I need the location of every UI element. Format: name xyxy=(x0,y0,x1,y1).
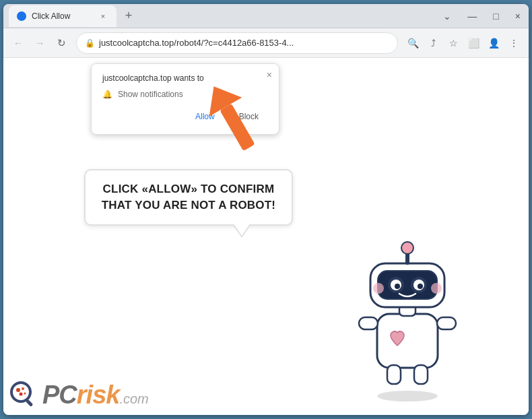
nav-icons-group: 🔍 ⤴ ☆ ⬜ 👤 ⋮ xyxy=(403,34,523,53)
address-text: justcoolcaptcha.top/robot4/?c=c4412a66-8… xyxy=(99,38,389,48)
back-button[interactable]: ← xyxy=(9,34,28,53)
pcrisk-logo-icon xyxy=(9,380,38,410)
svg-point-24 xyxy=(22,387,24,390)
bell-icon: 🔔 xyxy=(102,90,112,99)
svg-point-2 xyxy=(377,391,438,401)
new-tab-button[interactable]: + xyxy=(119,7,138,26)
chevron-down-icon[interactable]: ⌄ xyxy=(440,9,454,23)
arrow-container xyxy=(195,78,269,162)
browser-window: Click Allow × + ⌄ — □ × ← → ↻ 🔒 justcool… xyxy=(3,4,529,415)
extension-icon-btn[interactable]: ⬜ xyxy=(464,34,483,53)
forward-button[interactable]: → xyxy=(30,34,49,53)
svg-rect-0 xyxy=(220,104,255,152)
browser-tab[interactable]: Click Allow × xyxy=(9,5,117,27)
tab-favicon xyxy=(17,11,26,21)
orange-arrow-icon xyxy=(195,78,269,159)
svg-rect-27 xyxy=(25,399,33,407)
navigation-bar: ← → ↻ 🔒 justcoolcaptcha.top/robot4/?c=c4… xyxy=(3,28,529,58)
more-options-btn[interactable]: ⋮ xyxy=(504,34,523,53)
popup-description: Show notifications xyxy=(118,90,183,99)
maximize-button[interactable]: □ xyxy=(490,9,501,23)
svg-point-16 xyxy=(418,284,423,289)
svg-rect-5 xyxy=(437,317,456,329)
svg-rect-4 xyxy=(359,317,378,329)
lock-icon: 🔒 xyxy=(85,38,95,48)
window-controls: ⌄ — □ × xyxy=(440,9,523,23)
svg-point-25 xyxy=(20,393,23,396)
pcrisk-watermark: PCrisk.com xyxy=(9,380,149,410)
page-content: × justcoolcaptcha.top wants to 🔔 Show no… xyxy=(3,58,529,415)
pcrisk-brand-text: PCrisk.com xyxy=(42,381,149,410)
address-bar[interactable]: 🔒 justcoolcaptcha.top/robot4/?c=c4412a66… xyxy=(76,32,398,54)
svg-rect-7 xyxy=(414,365,428,384)
svg-rect-6 xyxy=(387,365,401,384)
robot-svg xyxy=(340,233,475,401)
svg-point-22 xyxy=(13,384,29,400)
svg-rect-3 xyxy=(377,314,438,368)
bookmark-icon-btn[interactable]: ☆ xyxy=(444,34,463,53)
svg-point-17 xyxy=(373,283,384,294)
refresh-button[interactable]: ↻ xyxy=(52,34,71,53)
account-icon-btn[interactable]: 👤 xyxy=(484,34,503,53)
svg-point-15 xyxy=(395,284,400,289)
search-icon-btn[interactable]: 🔍 xyxy=(403,34,422,53)
svg-point-20 xyxy=(401,242,413,254)
title-bar: Click Allow × + ⌄ — □ × xyxy=(3,4,529,28)
minimize-button[interactable]: — xyxy=(465,9,479,23)
tab-close-btn[interactable]: × xyxy=(98,11,108,22)
svg-point-18 xyxy=(431,283,442,294)
svg-point-23 xyxy=(16,388,20,392)
svg-point-26 xyxy=(24,393,26,395)
pcrisk-risk-text: risk xyxy=(77,381,120,409)
share-icon-btn[interactable]: ⤴ xyxy=(424,34,442,53)
robot-illustration xyxy=(340,233,475,401)
speech-bubble: CLICK «ALLOW» TO CONFIRM THAT YOU ARE NO… xyxy=(84,169,293,226)
bubble-text: CLICK «ALLOW» TO CONFIRM THAT YOU ARE NO… xyxy=(98,181,279,214)
pcrisk-com-text: .com xyxy=(119,391,148,406)
svg-rect-10 xyxy=(378,271,437,299)
close-button[interactable]: × xyxy=(512,9,523,23)
pcrisk-pc-text: PC xyxy=(42,381,77,409)
tab-title: Click Allow xyxy=(32,11,92,21)
